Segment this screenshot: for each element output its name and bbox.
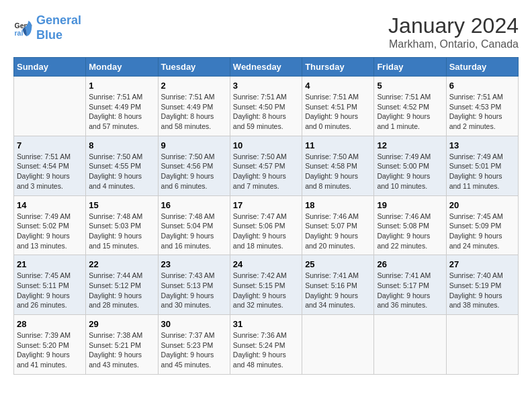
day-info: Sunrise: 7:51 AMSunset: 4:52 PMDaylight:… [377, 92, 443, 132]
week-row-4: 21Sunrise: 7:45 AMSunset: 5:11 PMDayligh… [14, 255, 519, 315]
calendar-cell: 13Sunrise: 7:49 AMSunset: 5:01 PMDayligh… [446, 136, 518, 195]
week-row-3: 14Sunrise: 7:49 AMSunset: 5:02 PMDayligh… [14, 195, 519, 255]
day-info: Sunrise: 7:37 AMSunset: 5:23 PMDaylight:… [161, 330, 227, 370]
header-cell-friday: Friday [374, 58, 446, 77]
day-number: 23 [161, 259, 227, 269]
day-info: Sunrise: 7:50 AMSunset: 4:57 PMDaylight:… [233, 152, 299, 191]
day-number: 14 [17, 200, 83, 210]
calendar-cell: 30Sunrise: 7:37 AMSunset: 5:23 PMDayligh… [158, 315, 230, 375]
day-number: 3 [233, 81, 299, 91]
day-number: 29 [89, 319, 154, 329]
day-number: 5 [377, 81, 443, 91]
day-number: 24 [233, 259, 299, 269]
day-number: 15 [89, 200, 154, 210]
calendar-cell: 6Sunrise: 7:51 AMSunset: 4:53 PMDaylight… [446, 77, 518, 136]
day-number: 4 [305, 81, 371, 91]
day-number: 26 [377, 259, 443, 269]
calendar-table: SundayMondayTuesdayWednesdayThursdayFrid… [13, 57, 519, 375]
calendar-cell: 7Sunrise: 7:51 AMSunset: 4:54 PMDaylight… [14, 136, 86, 195]
header-cell-wednesday: Wednesday [230, 58, 302, 77]
day-number: 31 [233, 319, 299, 329]
logo-line2: Blue [36, 28, 62, 42]
calendar-cell: 25Sunrise: 7:41 AMSunset: 5:16 PMDayligh… [302, 255, 374, 315]
calendar-cell: 16Sunrise: 7:48 AMSunset: 5:04 PMDayligh… [158, 195, 230, 255]
day-number: 30 [161, 319, 227, 329]
calendar-cell: 14Sunrise: 7:49 AMSunset: 5:02 PMDayligh… [14, 195, 86, 255]
day-info: Sunrise: 7:50 AMSunset: 4:56 PMDaylight:… [161, 152, 227, 191]
logo: Gene ral General Blue [13, 13, 81, 42]
day-info: Sunrise: 7:39 AMSunset: 5:20 PMDaylight:… [17, 330, 83, 370]
calendar-cell: 1Sunrise: 7:51 AMSunset: 4:49 PMDaylight… [86, 77, 158, 136]
week-row-2: 7Sunrise: 7:51 AMSunset: 4:54 PMDaylight… [14, 136, 519, 195]
day-number: 11 [305, 140, 371, 150]
day-number: 17 [233, 200, 299, 210]
day-number: 6 [449, 81, 515, 91]
day-info: Sunrise: 7:51 AMSunset: 4:53 PMDaylight:… [449, 92, 515, 132]
day-number: 27 [449, 259, 515, 269]
calendar-cell: 19Sunrise: 7:46 AMSunset: 5:08 PMDayligh… [374, 195, 446, 255]
calendar-cell: 24Sunrise: 7:42 AMSunset: 5:15 PMDayligh… [230, 255, 302, 315]
header-cell-sunday: Sunday [14, 58, 86, 77]
header-cell-monday: Monday [86, 58, 158, 77]
calendar-cell: 29Sunrise: 7:38 AMSunset: 5:21 PMDayligh… [86, 315, 158, 375]
calendar-body: 1Sunrise: 7:51 AMSunset: 4:49 PMDaylight… [14, 77, 519, 375]
week-row-5: 28Sunrise: 7:39 AMSunset: 5:20 PMDayligh… [14, 315, 519, 375]
calendar-cell: 22Sunrise: 7:44 AMSunset: 5:12 PMDayligh… [86, 255, 158, 315]
calendar-cell: 17Sunrise: 7:47 AMSunset: 5:06 PMDayligh… [230, 195, 302, 255]
svg-text:ral: ral [15, 28, 24, 36]
day-info: Sunrise: 7:51 AMSunset: 4:49 PMDaylight:… [161, 92, 227, 132]
day-number: 7 [17, 140, 83, 150]
header-cell-saturday: Saturday [446, 58, 518, 77]
day-info: Sunrise: 7:45 AMSunset: 5:09 PMDaylight:… [449, 212, 515, 251]
calendar-cell [14, 77, 86, 136]
day-info: Sunrise: 7:47 AMSunset: 5:06 PMDaylight:… [233, 212, 299, 251]
logo-icon: Gene ral [13, 18, 34, 38]
day-number: 2 [161, 81, 227, 91]
header-row: SundayMondayTuesdayWednesdayThursdayFrid… [14, 58, 519, 77]
calendar-cell: 12Sunrise: 7:49 AMSunset: 5:00 PMDayligh… [374, 136, 446, 195]
day-info: Sunrise: 7:50 AMSunset: 4:55 PMDaylight:… [89, 152, 154, 191]
day-info: Sunrise: 7:40 AMSunset: 5:19 PMDaylight:… [449, 271, 515, 310]
calendar-header: SundayMondayTuesdayWednesdayThursdayFrid… [14, 58, 519, 77]
day-number: 1 [89, 81, 154, 91]
page-header: Gene ral General Blue January 2024 Markh… [13, 13, 519, 50]
day-number: 16 [161, 200, 227, 210]
calendar-cell: 21Sunrise: 7:45 AMSunset: 5:11 PMDayligh… [14, 255, 86, 315]
day-info: Sunrise: 7:51 AMSunset: 4:49 PMDaylight:… [89, 92, 154, 132]
day-info: Sunrise: 7:46 AMSunset: 5:08 PMDaylight:… [377, 212, 443, 251]
page-title: January 2024 [388, 13, 519, 38]
day-info: Sunrise: 7:49 AMSunset: 5:02 PMDaylight:… [17, 212, 83, 251]
calendar-cell: 20Sunrise: 7:45 AMSunset: 5:09 PMDayligh… [446, 195, 518, 255]
calendar-cell [446, 315, 518, 375]
day-info: Sunrise: 7:51 AMSunset: 4:54 PMDaylight:… [17, 152, 83, 191]
calendar-cell: 3Sunrise: 7:51 AMSunset: 4:50 PMDaylight… [230, 77, 302, 136]
header-cell-thursday: Thursday [302, 58, 374, 77]
day-info: Sunrise: 7:41 AMSunset: 5:17 PMDaylight:… [377, 271, 443, 310]
calendar-cell: 4Sunrise: 7:51 AMSunset: 4:51 PMDaylight… [302, 77, 374, 136]
header-cell-tuesday: Tuesday [158, 58, 230, 77]
day-info: Sunrise: 7:45 AMSunset: 5:11 PMDaylight:… [17, 271, 83, 310]
calendar-cell: 28Sunrise: 7:39 AMSunset: 5:20 PMDayligh… [14, 315, 86, 375]
day-info: Sunrise: 7:41 AMSunset: 5:16 PMDaylight:… [305, 271, 371, 310]
day-number: 25 [305, 259, 371, 269]
calendar-cell: 9Sunrise: 7:50 AMSunset: 4:56 PMDaylight… [158, 136, 230, 195]
day-info: Sunrise: 7:44 AMSunset: 5:12 PMDaylight:… [89, 271, 154, 310]
day-info: Sunrise: 7:43 AMSunset: 5:13 PMDaylight:… [161, 271, 227, 310]
day-info: Sunrise: 7:50 AMSunset: 4:58 PMDaylight:… [305, 152, 371, 191]
day-number: 9 [161, 140, 227, 150]
calendar-cell [374, 315, 446, 375]
calendar-cell: 5Sunrise: 7:51 AMSunset: 4:52 PMDaylight… [374, 77, 446, 136]
day-info: Sunrise: 7:46 AMSunset: 5:07 PMDaylight:… [305, 212, 371, 251]
day-info: Sunrise: 7:38 AMSunset: 5:21 PMDaylight:… [89, 330, 154, 370]
day-info: Sunrise: 7:49 AMSunset: 5:00 PMDaylight:… [377, 152, 443, 191]
calendar-cell: 11Sunrise: 7:50 AMSunset: 4:58 PMDayligh… [302, 136, 374, 195]
calendar-cell: 15Sunrise: 7:48 AMSunset: 5:03 PMDayligh… [86, 195, 158, 255]
calendar-cell: 2Sunrise: 7:51 AMSunset: 4:49 PMDaylight… [158, 77, 230, 136]
calendar-cell: 18Sunrise: 7:46 AMSunset: 5:07 PMDayligh… [302, 195, 374, 255]
day-info: Sunrise: 7:48 AMSunset: 5:03 PMDaylight:… [89, 212, 154, 251]
day-number: 13 [449, 140, 515, 150]
calendar-cell: 27Sunrise: 7:40 AMSunset: 5:19 PMDayligh… [446, 255, 518, 315]
calendar-cell: 10Sunrise: 7:50 AMSunset: 4:57 PMDayligh… [230, 136, 302, 195]
day-number: 19 [377, 200, 443, 210]
day-info: Sunrise: 7:36 AMSunset: 5:24 PMDaylight:… [233, 330, 299, 370]
